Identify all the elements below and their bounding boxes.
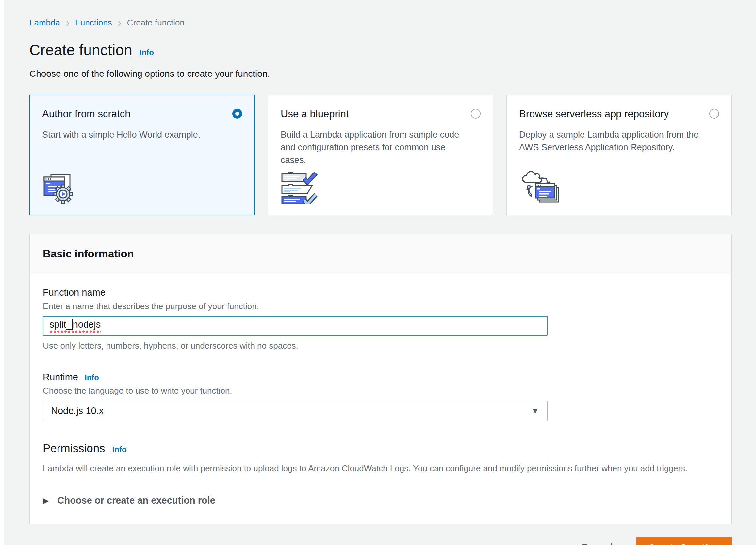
basic-information-panel: Basic information Function name Enter a … [29,234,732,524]
runtime-info-link[interactable]: Info [85,373,99,382]
create-function-page: Lambda › Functions › Create function Cre… [29,0,732,545]
execution-role-expander-label: Choose or create an execution role [57,495,215,506]
title-info-link[interactable]: Info [140,48,154,57]
creation-option-cards: Author from scratch Start with a simple … [29,95,732,215]
breadcrumb-functions-link[interactable]: Functions [75,18,112,28]
function-name-value: split_nodejs [49,319,101,333]
permissions-label: Permissions [43,442,105,455]
breadcrumb: Lambda › Functions › Create function [29,17,732,28]
author-from-scratch-icon [42,171,242,205]
card-title: Browse serverless app repository [519,108,669,120]
execution-role-expander[interactable]: ▶ Choose or create an execution role [43,495,718,506]
breadcrumb-lambda-link[interactable]: Lambda [29,18,60,28]
runtime-select[interactable]: Node.js 10.x ▼ [43,401,548,421]
create-function-button[interactable]: Create function [636,537,732,545]
radio-use-a-blueprint[interactable] [471,109,481,119]
blueprint-icon [281,171,481,205]
panel-title: Basic information [43,248,134,260]
serverless-app-repository-icon [519,168,719,205]
page-subtitle: Choose one of the following options to c… [29,69,732,79]
chevron-down-icon: ▼ [531,406,539,416]
function-name-constraint: Use only letters, numbers, hyphens, or u… [43,341,718,351]
footer-actions: Cancel Create function [29,537,732,545]
cancel-button[interactable]: Cancel [579,541,615,545]
permissions-description: Lambda will create an execution role wit… [43,463,718,473]
function-name-input[interactable]: split_nodejs [43,316,548,336]
expand-arrow-icon: ▶ [43,496,49,505]
function-name-label: Function name [43,287,718,298]
card-description: Build a Lambda application from sample c… [281,128,481,167]
card-author-from-scratch[interactable]: Author from scratch Start with a simple … [29,95,255,215]
card-description: Start with a simple Hello World example. [42,128,242,141]
function-name-description: Enter a name that describes the purpose … [43,301,718,311]
breadcrumb-current: Create function [127,18,185,28]
breadcrumb-chevron-icon: › [66,16,69,30]
card-description: Deploy a sample Lambda application from … [519,128,719,154]
radio-author-from-scratch[interactable] [232,109,242,119]
radio-browse-serverless-app-repository[interactable] [709,109,719,119]
card-title: Author from scratch [42,108,130,120]
page-title: Create function [29,41,132,59]
collapsed-sidebar-strip [0,0,4,545]
permissions-info-link[interactable]: Info [112,445,127,454]
card-browse-serverless-app-repository[interactable]: Browse serverless app repository Deploy … [506,95,732,215]
runtime-description: Choose the language to use to write your… [43,386,718,396]
card-title: Use a blueprint [281,108,349,120]
text-caret [72,319,73,330]
breadcrumb-chevron-icon: › [118,16,121,30]
card-use-a-blueprint[interactable]: Use a blueprint Build a Lambda applicati… [268,95,493,215]
runtime-label: Runtime [43,372,78,383]
runtime-selected-option: Node.js 10.x [51,405,104,416]
panel-header: Basic information [30,234,731,274]
